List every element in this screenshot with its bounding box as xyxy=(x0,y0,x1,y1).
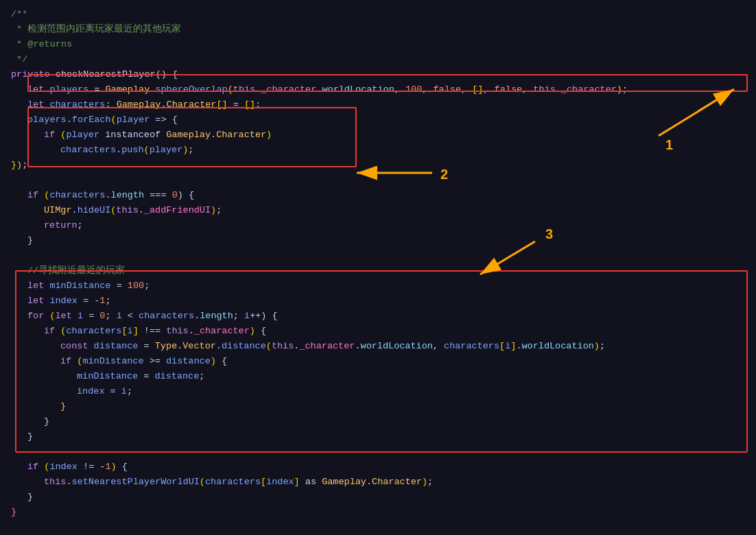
line-close-char-if: } xyxy=(0,414,756,429)
line-const-distance: const distance = Type.Vector.distance(th… xyxy=(0,339,756,354)
line-push: characters.push(player); xyxy=(0,143,756,158)
line-close-foreach: }); xyxy=(0,158,756,173)
arrow-label-1: 1 xyxy=(665,134,673,156)
line-index-eq: index = i; xyxy=(0,384,756,399)
line-index: let index = -1; xyxy=(0,294,756,309)
line-if-characters-i: if (characters[i] !== this._character) { xyxy=(0,324,756,339)
line-for: for (let i = 0; i < characters.length; i… xyxy=(0,309,756,324)
line-if-instanceof: if (player instanceof Gameplay.Character… xyxy=(0,128,756,143)
line-close-if1: } xyxy=(0,233,756,248)
arrow-label-3: 3 xyxy=(545,223,553,245)
line-comment-find: //寻找附近最近的玩家 xyxy=(0,263,756,278)
line-close-last: } xyxy=(0,490,756,505)
line-close-inner-if: } xyxy=(0,399,756,414)
line-let-characters: let characters: Gameplay.Character[] = [… xyxy=(0,97,756,112)
line-if-length: if (characters.length === 0) { xyxy=(0,188,756,203)
arrow-label-2: 2 xyxy=(440,163,448,185)
line-close-main: } xyxy=(0,505,756,520)
line-foreach: players.forEach(player => { xyxy=(0,112,756,128)
line-close-for: } xyxy=(0,429,756,444)
line-comment-end: */ xyxy=(0,52,756,67)
line-uimgr: UIMgr.hideUI(this._addFriendUI); xyxy=(0,203,756,218)
line-comment-returns: * @returns xyxy=(0,37,756,52)
line-if-min: if (minDistance >= distance) { xyxy=(0,354,756,369)
line-if-index: if (index != -1) { xyxy=(0,460,756,475)
line-let-players: let players = Gameplay.sphereOverlap(thi… xyxy=(0,82,756,97)
line-empty2 xyxy=(0,248,756,263)
line-comment-start: /** xyxy=(0,7,756,22)
line-empty1 xyxy=(0,173,756,188)
line-mindist-eq: minDistance = distance; xyxy=(0,369,756,384)
code-editor: /** * 检测范围内距离玩家最近的其他玩家 * @returns */ pri… xyxy=(0,0,756,535)
line-comment-chinese1: * 检测范围内距离玩家最近的其他玩家 xyxy=(0,22,756,37)
line-min-distance: let minDistance = 100; xyxy=(0,278,756,294)
line-return: return; xyxy=(0,218,756,233)
line-empty3 xyxy=(0,444,756,460)
line-private-decl: private checkNearestPlayer() { xyxy=(0,67,756,82)
line-set-nearest: this.setNearestPlayerWorldUI(characters[… xyxy=(0,475,756,490)
